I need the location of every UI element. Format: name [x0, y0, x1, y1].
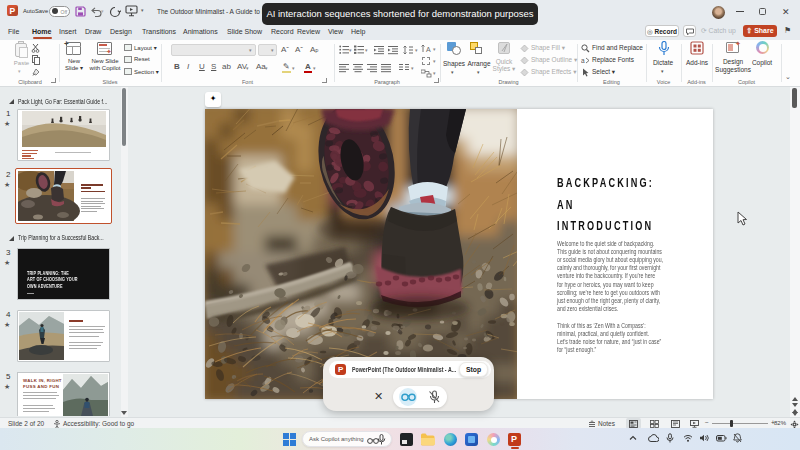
svg-text:a: a	[581, 57, 585, 64]
svg-text:A: A	[426, 46, 431, 53]
